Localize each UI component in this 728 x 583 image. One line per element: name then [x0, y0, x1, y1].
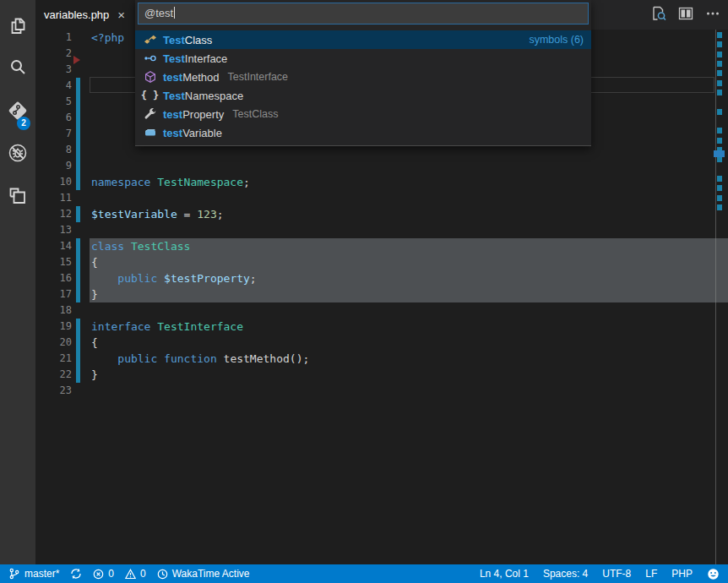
overview-ruler-modified-mark: [717, 32, 722, 38]
activity-bar-item-extensions[interactable]: [0, 179, 35, 216]
code-token: TestInterface: [157, 320, 243, 333]
code-token: function: [164, 352, 217, 365]
gutter-error-marker: [73, 56, 80, 64]
code-token: 123: [197, 208, 216, 221]
code-token: $testVariable: [91, 208, 177, 221]
line-number[interactable]: 18: [35, 302, 72, 319]
tab-variables-php[interactable]: variables.php ×: [35, 0, 135, 30]
line-number[interactable]: 4: [35, 78, 72, 94]
line-number[interactable]: 22: [35, 367, 72, 383]
code-line[interactable]: class TestClass: [91, 238, 190, 254]
quick-open-result-testProperty[interactable]: testPropertyTestClass: [135, 105, 591, 123]
modified-line-indicator: [76, 174, 80, 190]
extensions-icon: [7, 185, 29, 210]
status-feedback[interactable]: [707, 568, 720, 580]
line-number[interactable]: 9: [35, 158, 72, 174]
status-bar-left: master*00WakaTime Active: [8, 568, 250, 580]
activity-bar-item-explorer[interactable]: [0, 9, 35, 46]
status-warnings[interactable]: 0: [125, 568, 146, 580]
line-number[interactable]: 14: [35, 238, 72, 254]
status-cursor-position[interactable]: Ln 4, Col 1: [480, 568, 529, 580]
code-line[interactable]: interface TestInterface: [91, 319, 243, 335]
split-editor-icon: [677, 5, 694, 25]
code-token: ;: [250, 272, 257, 285]
status-wakatime[interactable]: WakaTime Active: [157, 568, 250, 580]
quick-open-query: @test: [144, 7, 173, 19]
modified-line-indicator: [76, 110, 80, 126]
status-git-branch[interactable]: master*: [8, 568, 59, 580]
overview-ruler-modified-mark: [717, 128, 722, 133]
line-number[interactable]: 8: [35, 142, 72, 158]
code-token: public: [117, 272, 157, 285]
status-errors-label: 0: [108, 568, 114, 580]
line-number[interactable]: 7: [35, 126, 72, 142]
open-preview-button[interactable]: [650, 7, 667, 24]
status-eol[interactable]: LF: [645, 568, 657, 580]
quick-open-input[interactable]: @test: [138, 3, 589, 25]
code-token: [217, 352, 224, 365]
code-line[interactable]: public $testProperty;: [91, 270, 257, 286]
close-icon[interactable]: ×: [117, 8, 125, 21]
line-number[interactable]: 16: [35, 270, 72, 286]
modified-line-indicator: [76, 206, 80, 222]
activity-bar-item-search[interactable]: [0, 50, 35, 87]
status-errors[interactable]: 0: [93, 568, 114, 580]
line-number[interactable]: 5: [35, 94, 72, 110]
modified-line-indicator: [76, 78, 80, 94]
line-number[interactable]: 1: [35, 30, 72, 46]
code-token: [91, 272, 117, 285]
namespace-icon: { }: [143, 89, 157, 102]
modified-line-indicator: [76, 94, 80, 110]
code-line[interactable]: {: [91, 335, 98, 351]
code-line[interactable]: <?php: [91, 30, 124, 46]
quick-open-result-testVariable[interactable]: testVariable: [135, 123, 591, 142]
line-number[interactable]: 21: [35, 351, 72, 367]
status-bar: master*00WakaTime Active Ln 4, Col 1Spac…: [0, 564, 728, 583]
line-number[interactable]: 2: [35, 46, 72, 62]
tab-title: variables.php: [44, 8, 109, 21]
code-token: $testProperty: [164, 272, 250, 285]
activity-bar-item-source-control[interactable]: 2: [0, 94, 35, 131]
line-number[interactable]: 13: [35, 222, 72, 238]
text-cursor: [174, 7, 175, 19]
status-sync[interactable]: [70, 568, 82, 580]
quick-open-result-TestClass[interactable]: TestClasssymbols (6): [135, 30, 591, 49]
line-number[interactable]: 23: [35, 383, 72, 399]
result-detail: TestInterface: [228, 71, 289, 83]
code-line[interactable]: {: [91, 254, 98, 270]
line-number[interactable]: 11: [35, 190, 72, 206]
code-line[interactable]: $testVariable = 123;: [91, 206, 224, 222]
result-match-text: test: [163, 71, 182, 84]
activity-bar-item-debug[interactable]: [0, 136, 35, 173]
code-line[interactable]: public function testMethod();: [91, 351, 309, 367]
code-line[interactable]: }: [91, 286, 98, 302]
scm-badge: 2: [17, 117, 30, 130]
quick-open-result-testMethod[interactable]: testMethodTestInterface: [135, 68, 591, 86]
result-label: Class: [185, 34, 213, 46]
files-icon: [7, 15, 29, 41]
line-number[interactable]: 3: [35, 62, 72, 78]
overview-ruler-modified-mark: [717, 90, 722, 95]
split-editor-button[interactable]: [677, 7, 694, 24]
more-actions-button[interactable]: [704, 7, 721, 24]
line-number[interactable]: 15: [35, 254, 72, 270]
line-number[interactable]: 17: [35, 286, 72, 302]
line-number[interactable]: 10: [35, 174, 72, 190]
code-token: namespace: [91, 176, 150, 188]
status-encoding[interactable]: UTF-8: [602, 568, 631, 580]
status-indentation[interactable]: Spaces: 4: [543, 568, 588, 580]
result-match-text: Test: [163, 90, 185, 102]
line-number[interactable]: 20: [35, 335, 72, 351]
quick-open-result-TestInterface[interactable]: TestInterface: [135, 49, 591, 68]
code-line[interactable]: }: [91, 367, 98, 383]
quick-open-result-TestNamespace[interactable]: { }TestNamespace: [135, 86, 591, 105]
line-number[interactable]: 6: [35, 110, 72, 126]
overview-ruler-modified-mark: [717, 204, 722, 210]
line-number[interactable]: 19: [35, 319, 72, 335]
line-number[interactable]: 12: [35, 206, 72, 222]
status-language-mode[interactable]: PHP: [671, 568, 693, 580]
result-label: Property: [182, 108, 224, 121]
result-label: Variable: [182, 127, 222, 139]
code-line[interactable]: namespace TestNamespace;: [91, 174, 250, 190]
code-token: <?php: [91, 31, 124, 44]
